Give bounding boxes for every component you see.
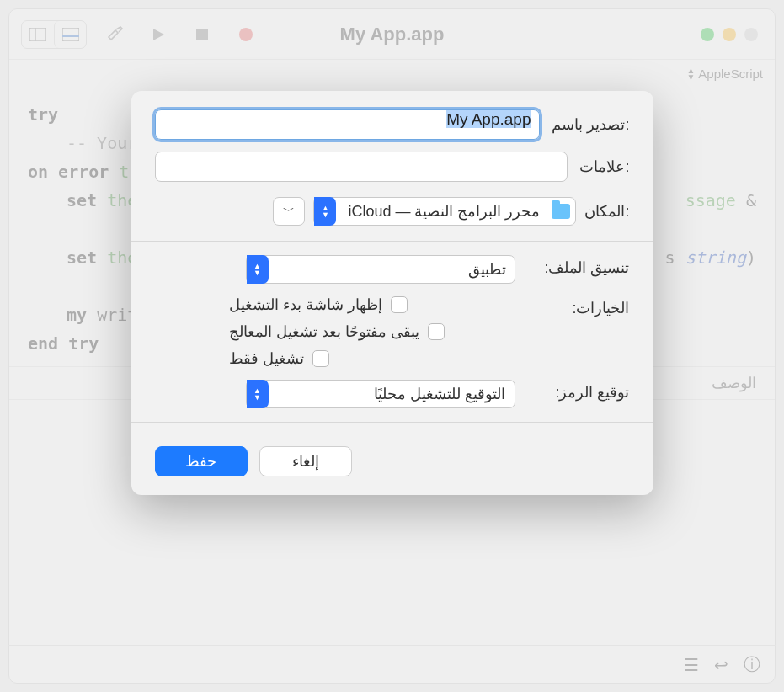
tags-input[interactable] bbox=[155, 152, 568, 182]
location-select[interactable]: محرر البرامج النصية — iCloud ▲▼ bbox=[313, 197, 576, 226]
location-row: ﹀ محرر البرامج النصية — iCloud ▲▼ المكان… bbox=[155, 197, 630, 226]
option-run-only[interactable]: تشغيل فقط bbox=[229, 349, 329, 368]
export-as-value: My App.app bbox=[446, 110, 531, 128]
save-button[interactable]: حفظ bbox=[155, 446, 248, 476]
options-row: إظهار شاشة بدء التشغيل يبقى مفتوحًا بعد … bbox=[155, 295, 630, 368]
select-arrows-icon: ▲▼ bbox=[247, 380, 269, 408]
modal-overlay: My App.app تصدير باسم: علامات: ﹀ محرر ال… bbox=[0, 0, 784, 692]
export-as-input[interactable]: My App.app bbox=[155, 109, 541, 140]
folder-icon bbox=[552, 204, 570, 219]
stay-open-checkbox[interactable] bbox=[428, 323, 445, 340]
location-value: محرر البرامج النصية — iCloud bbox=[343, 202, 545, 221]
chevron-down-icon: ﹀ bbox=[283, 204, 295, 219]
export-as-label: تصدير باسم: bbox=[552, 115, 629, 134]
select-arrows-icon: ▲▼ bbox=[314, 197, 336, 226]
cancel-button[interactable]: إلغاء bbox=[259, 446, 352, 476]
option-show-startup[interactable]: إظهار شاشة بدء التشغيل bbox=[229, 295, 408, 314]
tags-row: علامات: bbox=[155, 152, 630, 182]
file-format-select[interactable]: تطبيق ▲▼ bbox=[246, 255, 515, 284]
show-startup-checkbox[interactable] bbox=[391, 296, 408, 313]
file-format-value: تطبيق bbox=[269, 260, 515, 279]
code-sign-value: التوقيع للتشغيل محليًا bbox=[269, 385, 515, 403]
expand-location-button[interactable]: ﹀ bbox=[273, 197, 305, 226]
code-sign-select[interactable]: التوقيع للتشغيل محليًا ▲▼ bbox=[246, 380, 515, 408]
divider bbox=[131, 241, 653, 242]
code-sign-label: توقيع الرمز: bbox=[529, 380, 630, 402]
options-label: الخيارات: bbox=[529, 295, 630, 317]
stay-open-label: يبقى مفتوحًا بعد تشغيل المعالج bbox=[229, 322, 419, 341]
location-label: المكان: bbox=[584, 202, 629, 221]
show-startup-label: إظهار شاشة بدء التشغيل bbox=[229, 295, 382, 314]
select-arrows-icon: ▲▼ bbox=[247, 255, 269, 284]
dialog-buttons: حفظ إلغاء bbox=[155, 431, 630, 476]
divider bbox=[131, 422, 653, 423]
option-stay-open[interactable]: يبقى مفتوحًا بعد تشغيل المعالج bbox=[229, 322, 445, 341]
code-sign-row: التوقيع للتشغيل محليًا ▲▼ توقيع الرمز: bbox=[155, 380, 630, 408]
file-format-row: تطبيق ▲▼ تنسيق الملف: bbox=[155, 255, 630, 284]
run-only-checkbox[interactable] bbox=[312, 350, 329, 367]
export-as-row: My App.app تصدير باسم: bbox=[155, 109, 630, 140]
export-dialog: My App.app تصدير باسم: علامات: ﹀ محرر ال… bbox=[131, 91, 653, 495]
tags-label: علامات: bbox=[579, 157, 629, 176]
run-only-label: تشغيل فقط bbox=[229, 349, 304, 368]
file-format-label: تنسيق الملف: bbox=[529, 255, 630, 277]
